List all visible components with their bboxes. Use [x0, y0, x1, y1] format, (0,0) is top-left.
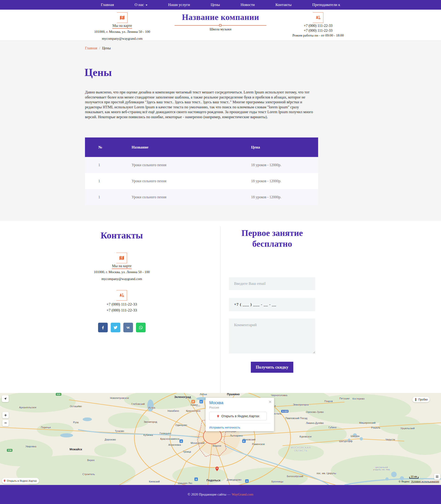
map-icon [117, 12, 127, 23]
table-cell: Уроки сольного пения [118, 179, 238, 183]
breadcrumb-separator: / [99, 46, 100, 50]
support-icon [313, 12, 323, 23]
contacts-and-form-section: Контакты Мы на карте 101000, г. Москва, … [0, 221, 441, 393]
vk-icon[interactable] [123, 323, 133, 332]
page: ГлавнаяО насНаши услугиЦеныНовостиКонтак… [0, 0, 441, 504]
breadcrumb: Главная/Цены [85, 46, 111, 50]
table-header-cell: Цена [238, 145, 318, 150]
table-header-cell: № [85, 145, 118, 150]
support-icon [116, 290, 127, 301]
intro-paragraph: Давно выяснено, что при оценке дизайна и… [85, 90, 318, 119]
phone-field[interactable] [229, 298, 315, 311]
traffic-label: Пробки [418, 398, 428, 401]
table-cell: 18 уроков - 12000р. [238, 163, 318, 167]
table-cell: 1 [85, 163, 118, 167]
nav-item-1[interactable]: О нас [135, 2, 147, 7]
breadcrumb-current: Цены [102, 46, 111, 50]
popup-city-link[interactable]: Москва [209, 400, 270, 405]
footer-waygrand-link[interactable]: WayGrand.com [232, 492, 253, 496]
traffic-button[interactable]: Пробки [412, 397, 430, 402]
table-cell: 18 уроков - 12000р. [238, 179, 318, 183]
nav-item-3[interactable]: Цены [211, 2, 220, 7]
map-icon [116, 253, 127, 263]
map-popup: Москва Россия Открыть в Яндекс.Картах Ис… [205, 398, 274, 431]
open-in-yandex-maps-button[interactable]: Открыть в Яндекс.Картах [209, 412, 267, 420]
header-email[interactable]: mycompany@waygrand.com [76, 37, 169, 41]
fix-inaccuracy-link[interactable]: Исправить неточность [209, 423, 270, 429]
map-scale: 10 км [409, 475, 419, 478]
table-header-cell: Название [118, 145, 238, 150]
form-title: Первое занятие бесплатно [220, 228, 324, 249]
footer-copyright: © 2020 Продающие сайты — [188, 492, 231, 496]
comment-field[interactable] [229, 319, 315, 354]
header-map-link[interactable]: Мы на карте [112, 24, 132, 29]
location-arrow-icon [4, 397, 7, 400]
price-table: №НазваниеЦена1Уроки сольного пения18 уро… [85, 137, 318, 205]
logo-divider [174, 25, 267, 26]
table-cell: Уроки сольного пения [118, 195, 238, 199]
open-in-yandex-maps-badge[interactable]: Открыть в Яндекс.Картах [2, 478, 39, 484]
site-header: Мы на карте 101000, г. Москва, ул. Ленин… [0, 10, 441, 40]
discount-form: Получить скидку [229, 277, 315, 373]
table-cell: Уроки сольного пения [118, 163, 238, 167]
logo-divider-square [219, 24, 221, 26]
nav-item-0[interactable]: Главная [101, 2, 114, 7]
terms-link[interactable]: Условия использования [411, 480, 439, 483]
header-phone-2[interactable]: +7 (000) 111-22-33 [267, 29, 370, 33]
get-discount-button[interactable]: Получить скидку [251, 362, 293, 373]
layers-button[interactable] [434, 474, 440, 480]
nav-item-2[interactable]: Наши услуги [168, 2, 190, 7]
main-content: Главная/Цены Цены Давно выяснено, что пр… [0, 40, 441, 221]
contacts-column: Контакты Мы на карте 101000, г. Москва, … [53, 221, 191, 332]
table-cell: 1 [85, 195, 118, 199]
contacts-phone-1[interactable]: +7 (000) 111-22-33 [53, 302, 191, 307]
geolocation-button[interactable] [2, 395, 9, 402]
contacts-title: Контакты [53, 230, 191, 241]
table-row: 1Уроки сольного пения18 уроков - 12000р. [85, 189, 318, 205]
email-field[interactable] [229, 277, 315, 290]
nav-item-4[interactable]: Новости [241, 2, 255, 7]
header-phone-1[interactable]: +7 (000) 111-22-33 [267, 24, 370, 28]
popup-country: Россия [209, 406, 270, 409]
yandex-copyright: © Яндекс [399, 480, 410, 483]
contacts-address: 101000, г. Москва, ул. Ленина 50 - 100 [53, 270, 191, 274]
zoom-in-button[interactable]: + [2, 412, 9, 418]
nav-item-6[interactable]: Преподаватели к [312, 2, 340, 7]
chevron-down-icon [146, 5, 147, 6]
whatsapp-icon[interactable] [136, 323, 146, 332]
table-cell: 18 уроков - 12000р. [238, 195, 318, 199]
page-title: Цены [84, 66, 112, 78]
yandex-map[interactable]: ЗеленоградЛобняПушкиноЧерноголовкаНогинс… [0, 393, 441, 485]
breadcrumb-home-link[interactable]: Главная [85, 46, 97, 50]
traffic-light-icon [414, 398, 417, 401]
map-copyright: © ЯндексУсловия использования [399, 480, 439, 483]
contacts-map-link[interactable]: Мы на карте [112, 264, 131, 269]
table-row: 1Уроки сольного пения18 уроков - 12000р. [85, 157, 318, 173]
nav-items: ГлавнаяО насНаши услугиЦеныНовостиКонтак… [101, 2, 340, 7]
close-icon[interactable]: ✕ [268, 400, 272, 404]
top-navigation: ГлавнаяО насНаши услугиЦеныНовостиКонтак… [0, 0, 441, 10]
nav-item-5[interactable]: Контакты [275, 2, 291, 7]
table-cell: 1 [85, 179, 118, 183]
table-row: 1Уроки сольного пения18 уроков - 12000р. [85, 173, 318, 189]
pin-icon [3, 479, 6, 482]
header-hours: Режим работы пн - пт 09:00 - 18:00 [267, 33, 370, 37]
contacts-phone-2[interactable]: +7 (000) 111-22-33 [53, 308, 191, 312]
social-links [53, 323, 191, 332]
open-badge-label: Открыть в Яндекс.Картах [7, 479, 37, 482]
layers-icon [436, 475, 439, 478]
header-contact-right: +7 (000) 111-22-33 +7 (000) 111-22-33 Ре… [267, 12, 370, 37]
open-button-label: Открыть в Яндекс.Картах [221, 414, 260, 418]
twitter-icon[interactable] [111, 323, 120, 332]
zoom-out-button[interactable]: − [2, 420, 9, 426]
facebook-icon[interactable] [98, 323, 108, 332]
table-header-row: №НазваниеЦена [85, 137, 318, 157]
contacts-email[interactable]: mycompany@waygrand.com [53, 277, 191, 281]
placemark-pin-icon[interactable] [214, 465, 220, 472]
site-footer: © 2020 Продающие сайты — WayGrand.com [0, 485, 441, 504]
pin-icon [217, 415, 220, 418]
vertical-divider [220, 226, 220, 393]
